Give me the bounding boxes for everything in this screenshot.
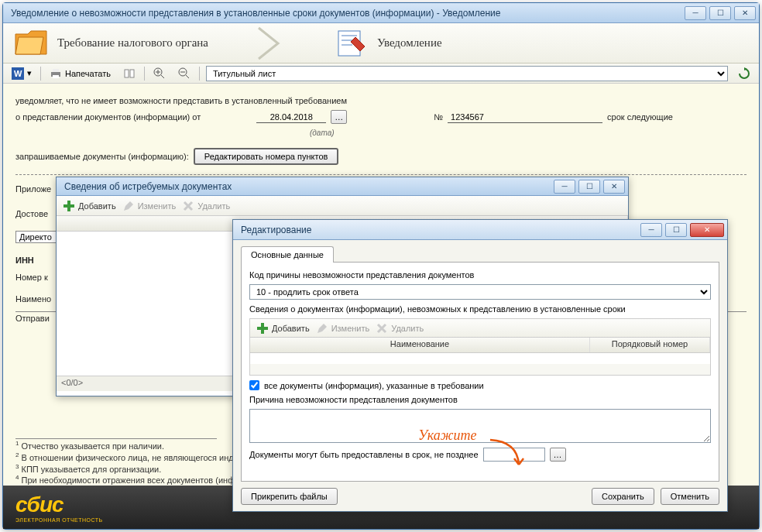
breadcrumb-step-1[interactable]: Требование налогового органа: [12, 28, 208, 59]
x-icon: [182, 200, 194, 212]
text-line-3-prefix: запрашиваемые документы (информацию):: [15, 152, 189, 161]
edit-dialog: Редактирование ─ ☐ ✕ Основные данные Код…: [232, 219, 728, 512]
edit-items-button[interactable]: Редактировать номера пунктов: [194, 148, 339, 165]
zoom-out-icon: [178, 67, 190, 80]
dlg1-minimize-button[interactable]: ─: [554, 180, 575, 194]
dlg1-titlebar: Сведения об истребуемых документах ─ ☐ ✕: [57, 177, 628, 196]
footnote-3: КПП указывается для организации.: [22, 464, 162, 473]
col-ordinal: Порядковый номер: [590, 338, 710, 352]
doc-date-field[interactable]: [256, 112, 326, 123]
svg-rect-13: [257, 327, 268, 330]
all-docs-checkbox[interactable]: [249, 380, 259, 390]
svg-rect-4: [53, 69, 59, 72]
close-button[interactable]: ✕: [734, 6, 756, 20]
refresh-button[interactable]: [733, 66, 756, 81]
inner-edit-button: Изменить: [316, 322, 370, 335]
sheet-selector[interactable]: Титульный лист: [206, 66, 728, 81]
deadline-label: Документы могут быть предоставлены в сро…: [249, 450, 479, 459]
contact-label: Номер к: [15, 273, 48, 282]
document-pen-icon: [332, 28, 369, 59]
inner-add-button[interactable]: Добавить: [256, 322, 310, 335]
zoom-out-button[interactable]: [173, 66, 196, 81]
deadline-date-picker-button[interactable]: …: [550, 448, 566, 462]
toolbar: W▾ Напечатать Титульный лист: [3, 63, 759, 84]
reason-code-select[interactable]: 10 - продлить срок ответа: [249, 284, 711, 300]
dlg1-edit-button: Изменить: [122, 200, 177, 212]
number-label: №: [434, 112, 443, 122]
breadcrumb-step-1-label: Требование налогового органа: [57, 36, 208, 50]
printer-icon: [50, 67, 62, 80]
breadcrumb-step-2[interactable]: Уведомление: [332, 28, 442, 59]
reason-text-label: Причина невозможности представления доку…: [249, 395, 711, 404]
dlg2-body: Основные данные Код причины невозможност…: [233, 240, 727, 511]
inner-grid-header: Наименование Порядковый номер: [250, 338, 710, 353]
tab-panel: Код причины невозможности представления …: [241, 263, 719, 482]
svg-text:W: W: [14, 69, 22, 78]
deadline-date-field[interactable]: [483, 448, 545, 462]
inner-grid-body[interactable]: [250, 353, 710, 375]
refresh-icon: [738, 67, 750, 80]
zoom-in-icon: [153, 67, 166, 80]
dlg1-title: Сведения об истребуемых документах: [64, 181, 554, 192]
date-picker-button[interactable]: …: [331, 110, 347, 124]
save-button[interactable]: Сохранить: [592, 488, 654, 505]
plus-icon: [63, 200, 75, 212]
docs-info-label: Сведения о документах (информации), нево…: [249, 304, 711, 314]
reliability-label: Достове: [15, 209, 48, 218]
tab-strip: Основные данные: [241, 246, 719, 263]
logo: сбис: [15, 493, 103, 517]
inner-grid: Добавить Изменить Удалить Наименование П…: [249, 318, 711, 376]
name-label: Наимено: [15, 294, 51, 304]
folder-icon: [12, 28, 50, 59]
dlg1-delete-button: Удалить: [182, 200, 230, 212]
maximize-button[interactable]: ☐: [709, 6, 731, 20]
pencil-icon: [122, 200, 135, 212]
inner-delete-button: Удалить: [376, 322, 424, 335]
footnote-1: Отчество указывается при наличии.: [22, 441, 165, 451]
date-caption: (дата): [310, 129, 335, 137]
dlg2-maximize-button[interactable]: ☐: [665, 223, 687, 237]
inn-label: ИНН: [15, 256, 34, 265]
dlg2-close-button[interactable]: ✕: [690, 223, 724, 237]
logo-subtitle: ЭЛЕКТРОННАЯ ОТЧЕТНОСТЬ: [15, 517, 103, 523]
separator: [40, 67, 41, 81]
dlg2-titlebar: Редактирование ─ ☐ ✕: [233, 220, 727, 240]
col-name: Наименование: [250, 338, 590, 352]
window-title: Уведомление о невозможности представлени…: [11, 8, 685, 19]
print-button[interactable]: Напечатать: [44, 66, 116, 81]
main-titlebar: Уведомление о невозможности представлени…: [3, 3, 759, 23]
chevron-right-icon: [255, 24, 286, 63]
dlg1-add-button[interactable]: Добавить: [63, 200, 116, 212]
all-docs-label: все документы (информация), указанные в …: [264, 381, 484, 390]
text-line-1: уведомляет, что не имеет возможности пре…: [15, 96, 347, 105]
pages-icon: [123, 67, 136, 80]
dlg1-close-button[interactable]: ✕: [603, 180, 625, 194]
svg-rect-11: [64, 204, 74, 208]
footnote-4: При необходимости отражения всех докумен…: [22, 475, 235, 485]
minimize-button[interactable]: ─: [685, 6, 706, 20]
window-controls: ─ ☐ ✕: [685, 6, 756, 20]
zoom-in-button[interactable]: [148, 66, 171, 81]
x-icon: [376, 322, 388, 335]
dlg2-footer: Прикрепить файлы Сохранить Отменить: [241, 488, 719, 505]
doc-number-field[interactable]: [448, 112, 602, 123]
attach-label: Приложе: [15, 184, 51, 194]
text-line-2-prefix: о представлении документов (информации) …: [15, 112, 201, 122]
tab-main-data[interactable]: Основные данные: [241, 246, 334, 263]
footnote-2: В отношении физического лица, не являюще…: [22, 453, 239, 462]
dlg1-maximize-button[interactable]: ☐: [578, 180, 600, 194]
separator: [144, 67, 145, 81]
attach-files-button[interactable]: Прикрепить файлы: [241, 488, 338, 505]
inner-toolbar: Добавить Изменить Удалить: [250, 319, 710, 338]
reason-textarea[interactable]: [249, 409, 711, 443]
dlg2-minimize-button[interactable]: ─: [640, 223, 662, 237]
dlg2-title: Редактирование: [241, 225, 640, 235]
preview-button[interactable]: [118, 66, 141, 81]
word-export-button[interactable]: W▾: [6, 66, 37, 81]
breadcrumb: Требование налогового органа Уведомление: [3, 23, 759, 63]
breadcrumb-step-2-label: Уведомление: [377, 36, 442, 50]
cancel-button[interactable]: Отменить: [661, 488, 719, 505]
dlg1-toolbar: Добавить Изменить Удалить: [57, 196, 628, 216]
print-label: Напечатать: [65, 69, 111, 78]
send-label: Отправи: [15, 314, 50, 323]
